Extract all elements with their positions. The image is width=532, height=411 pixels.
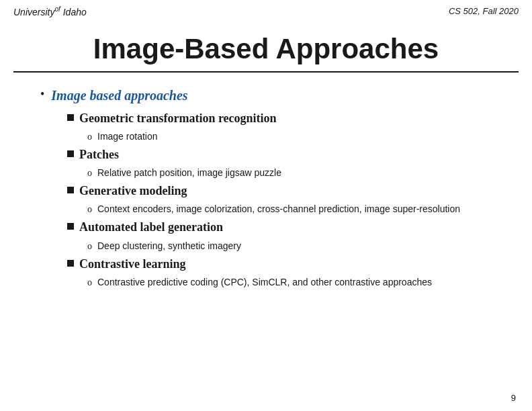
bullet-l2-label-2: Patches (79, 146, 119, 163)
bullet-l3-dot-1: o (87, 130, 92, 144)
bullet-l3-dot-4: o (87, 239, 92, 253)
bullet-l3-contrastive: o Contrastive predictive coding (CPC), S… (87, 275, 492, 289)
bullet-l2-label-5: Contrastive learning (79, 256, 185, 273)
sub-sub-items-automated: o Deep clustering, synthetic imagery (87, 239, 492, 253)
header: Universityof Idaho CS 502, Fall 2020 (0, 0, 532, 21)
bullet-l3-dot-3: o (87, 202, 92, 216)
bullet-l3-image-rotation: o Image rotation (87, 130, 492, 144)
university-text: University (13, 7, 54, 17)
page-number: 9 (511, 393, 516, 403)
bullet-l3-generative: o Context encoders, image colorization, … (87, 202, 492, 216)
of-text: of (54, 5, 60, 13)
sub-sub-items-contrastive: o Contrastive predictive coding (CPC), S… (87, 275, 492, 289)
page-title: Image-Based Approaches (54, 34, 478, 64)
bullet-l2-dot-3 (67, 187, 74, 193)
university-logo: Universityof Idaho (13, 5, 87, 17)
idaho-text: Idaho (63, 7, 87, 17)
bullet-l2-patches: Patches (67, 146, 492, 163)
bullet-l2-geometric: Geometric transformation recognition (67, 110, 492, 127)
title-section: Image-Based Approaches (13, 21, 519, 73)
sub-sub-items-generative: o Context encoders, image colorization, … (87, 202, 492, 216)
sub-sub-items-patches: o Relative patch position, image jigsaw … (87, 166, 492, 180)
bullet-l1-image-based: • Image based approaches (40, 86, 492, 105)
bullet-l1-label: Image based approaches (51, 86, 187, 105)
bullet-l2-dot-4 (67, 223, 74, 230)
content-area: • Image based approaches Geometric trans… (0, 73, 532, 299)
bullet-l3-dot-2: o (87, 166, 92, 180)
bullet-l3-patches: o Relative patch position, image jigsaw … (87, 166, 492, 180)
bullet-l2-generative: Generative modeling (67, 183, 492, 199)
bullet-l3-text-2: Relative patch position, image jigsaw pu… (97, 166, 281, 180)
bullet-l3-text-4: Deep clustering, synthetic imagery (97, 239, 241, 253)
bullet-l2-automated: Automated label generation (67, 219, 492, 236)
bullet-l2-dot-1 (67, 114, 74, 121)
bullet-l3-automated: o Deep clustering, synthetic imagery (87, 239, 492, 253)
sub-sub-items-geometric: o Image rotation (87, 130, 492, 144)
bullet-l2-label-3: Generative modeling (79, 183, 187, 199)
bullet-l3-text-5: Contrastive predictive coding (CPC), Sim… (97, 275, 432, 289)
bullet-l3-dot-5: o (87, 275, 92, 289)
bullet-l1-dot: • (40, 86, 44, 103)
bullet-l3-text-3: Context encoders, image colorization, cr… (97, 202, 460, 216)
bullet-l3-text-1: Image rotation (97, 130, 158, 144)
bullet-l2-dot-5 (67, 260, 74, 267)
sub-items-container: Geometric transformation recognition o I… (67, 110, 492, 289)
course-title: CS 502, Fall 2020 (449, 6, 519, 16)
bullet-l2-contrastive: Contrastive learning (67, 256, 492, 273)
bullet-l2-label-1: Geometric transformation recognition (79, 110, 277, 127)
bullet-l2-dot-2 (67, 150, 74, 157)
bullet-l2-label-4: Automated label generation (79, 219, 223, 236)
